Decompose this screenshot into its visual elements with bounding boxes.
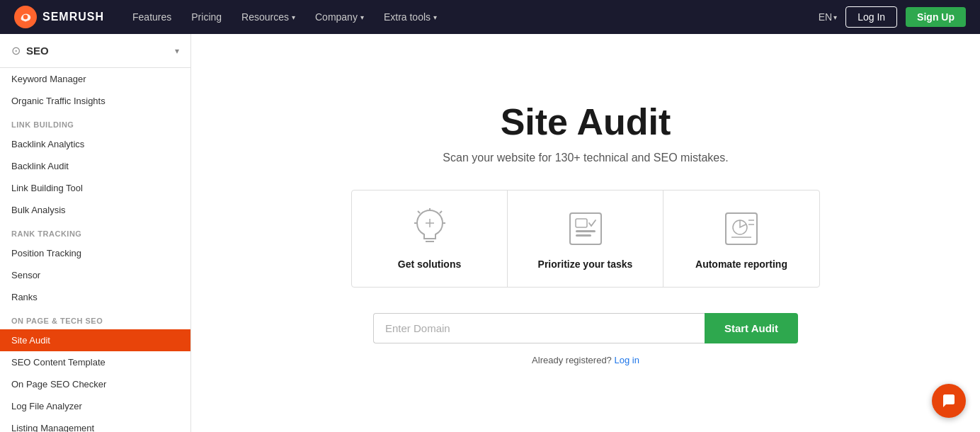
sidebar-seo-header[interactable]: ⊙ SEO ▾ — [0, 34, 190, 68]
domain-input-row: Start Audit — [373, 313, 798, 343]
nav-right: EN ▾ Log In Sign Up — [819, 6, 966, 28]
sidebar-item-listing-management[interactable]: Listing Management — [0, 417, 190, 432]
feature-card-solutions: Get solutions — [352, 191, 508, 287]
language-selector[interactable]: EN ▾ — [819, 11, 837, 23]
semrush-logo-icon — [14, 6, 37, 28]
page-subtitle: Scan your website for 130+ technical and… — [443, 152, 728, 164]
nav-links: Features Pricing Resources ▾ Company ▾ E… — [124, 7, 813, 27]
sidebar-item-log-file-analyzer[interactable]: Log File Analyzer — [0, 395, 190, 417]
sidebar-header-left: ⊙ SEO — [11, 44, 49, 57]
sidebar: ⊙ SEO ▾ Keyword Manager Organic Traffic … — [0, 34, 191, 432]
chat-icon — [941, 393, 957, 409]
nav-extra-tools[interactable]: Extra tools ▾ — [375, 7, 445, 27]
logo[interactable]: SEMRUSH — [14, 6, 104, 28]
login-link[interactable]: Log in — [614, 355, 639, 365]
already-registered-text: Already registered? Log in — [532, 355, 639, 365]
sidebar-item-link-building-tool[interactable]: Link Building Tool — [0, 177, 190, 199]
page-title: Site Audit — [501, 101, 671, 143]
signup-button[interactable]: Sign Up — [906, 7, 966, 27]
checklist-icon — [564, 208, 607, 250]
top-nav: SEMRUSH Features Pricing Resources ▾ Com… — [0, 0, 980, 34]
sidebar-item-seo-content-template[interactable]: SEO Content Template — [0, 351, 190, 373]
feature-automate-label: Automate reporting — [695, 258, 787, 270]
svg-point-1 — [23, 15, 28, 19]
svg-rect-13 — [576, 230, 596, 232]
nav-pricing[interactable]: Pricing — [183, 7, 230, 27]
svg-rect-14 — [576, 234, 591, 237]
seo-header-icon: ⊙ — [11, 44, 21, 57]
svg-line-8 — [440, 211, 442, 213]
svg-rect-12 — [576, 219, 587, 227]
svg-rect-11 — [570, 213, 601, 244]
feature-card-automate: Automate reporting — [663, 191, 819, 287]
feature-card-prioritize: Prioritize your tasks — [508, 191, 663, 287]
svg-line-7 — [418, 211, 420, 213]
sidebar-item-sensor[interactable]: Sensor — [0, 264, 190, 286]
sidebar-item-keyword-manager[interactable]: Keyword Manager — [0, 68, 190, 90]
sidebar-item-backlink-analytics[interactable]: Backlink Analytics — [0, 133, 190, 155]
semrush-logo-text: SEMRUSH — [42, 11, 104, 23]
sidebar-item-bulk-analysis[interactable]: Bulk Analysis — [0, 199, 190, 221]
svg-rect-15 — [726, 213, 757, 244]
sidebar-chevron-icon: ▾ — [175, 46, 179, 56]
chat-bubble[interactable] — [932, 384, 966, 418]
domain-input[interactable] — [373, 313, 705, 343]
main-layout: ⊙ SEO ▾ Keyword Manager Organic Traffic … — [0, 34, 980, 432]
nav-resources[interactable]: Resources ▾ — [233, 7, 304, 27]
lightbulb-icon — [409, 208, 451, 250]
feature-prioritize-label: Prioritize your tasks — [538, 258, 633, 270]
nav-features[interactable]: Features — [124, 7, 180, 27]
sidebar-item-position-tracking[interactable]: Position Tracking — [0, 242, 190, 264]
feature-cards: Get solutions Prioritize your tasks — [351, 190, 820, 288]
sidebar-section-rank-tracking: RANK TRACKING — [0, 221, 190, 242]
sidebar-item-organic-traffic[interactable]: Organic Traffic Insights — [0, 90, 190, 112]
report-icon — [720, 208, 763, 250]
sidebar-section-on-page-tech-seo: ON PAGE & TECH SEO — [0, 308, 190, 329]
main-content: Site Audit Scan your website for 130+ te… — [191, 34, 980, 432]
feature-solutions-label: Get solutions — [398, 258, 461, 270]
login-button[interactable]: Log In — [845, 6, 897, 28]
start-audit-button[interactable]: Start Audit — [705, 313, 798, 343]
sidebar-item-on-page-seo-checker[interactable]: On Page SEO Checker — [0, 373, 190, 395]
sidebar-item-backlink-audit[interactable]: Backlink Audit — [0, 155, 190, 177]
sidebar-section-link-building: LINK BUILDING — [0, 112, 190, 133]
sidebar-item-site-audit[interactable]: Site Audit — [0, 329, 190, 351]
sidebar-seo-title: SEO — [26, 45, 49, 57]
nav-company[interactable]: Company ▾ — [307, 7, 372, 27]
sidebar-item-ranks[interactable]: Ranks — [0, 286, 190, 308]
